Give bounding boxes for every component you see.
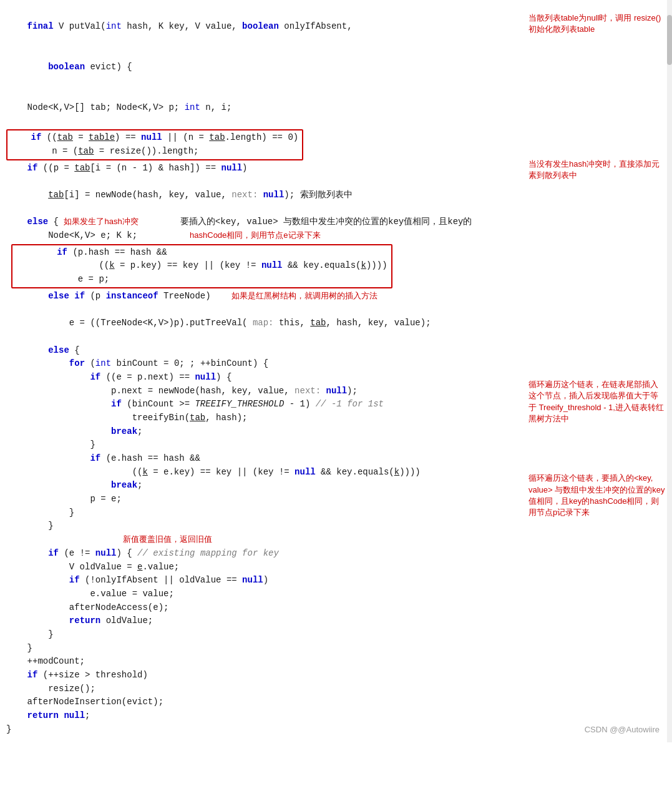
line-return-null: return null;	[6, 709, 672, 723]
line-puttreeval: e = ((TreeNode<K,V>)p).putTreeVal( map: …	[6, 303, 672, 343]
line-tab-newnode: tab[i] = newNode(hash, key, value, next:…	[6, 175, 672, 215]
line-bincouont: if (binCount >= TREEIFY_THRESHOLD - 1) /…	[6, 398, 672, 411]
line-close-method: }	[6, 723, 672, 737]
line-node-e-k: Node<K,V> e; K k; hashCode相同，则用节点e记录下来	[6, 229, 672, 243]
line-close-for: }	[6, 506, 672, 520]
line-close-if-e: }	[6, 628, 672, 642]
red-box-1: if ((tab = table) == null || (n = tab.le…	[6, 129, 672, 160]
line-return-oldvalue: return oldValue;	[6, 614, 672, 628]
code-line-1: final V putVal(int hash, K key, V value,…	[6, 6, 672, 47]
line-afternodeaccess: afterNodeAccess(e);	[6, 601, 672, 615]
line-else-2: else {	[6, 344, 672, 358]
line-treeifybin: treeifyBin(tab, hash);	[6, 411, 672, 425]
line-if-e-notnull: 新值覆盖旧值，返回旧值 if (e != null) { // existing…	[6, 533, 672, 560]
line-close-else2: }	[6, 519, 672, 533]
code-line-3: Node<K,V>[] tab; Node<K,V> p; int n, i;	[6, 87, 672, 128]
line-if-onlyifabsent: if (!onlyIfAbsent || oldValue == null)	[6, 574, 672, 587]
line-else-hash: else { 如果发生了hash冲突 要插入的<key, value> 与数组中…	[6, 215, 672, 229]
line-resize: resize();	[6, 682, 672, 696]
line-break-2: break; 循环遍历这个链表，要插入的<key, value> 与数组中发生冲…	[6, 479, 672, 493]
line-close-else-main: }	[6, 642, 672, 656]
line-p-e: p = e;	[6, 493, 672, 506]
red-box-2: if (p.hash == hash && ((k = p.key) == ke…	[6, 244, 672, 288]
line-oldvalue: V oldValue = e.value;	[6, 561, 672, 574]
line-if-p: if ((p = tab[i = (n - 1) & hash]) == nul…	[6, 162, 672, 175]
line-if-e-hash: if (e.hash == hash &&	[6, 452, 672, 466]
line-afternodeinsertion: afterNodeInsertion(evict);	[6, 695, 672, 709]
line-for: for (int binCount = 0; ; ++binCount) {	[6, 357, 672, 371]
line-close-brace-1: }	[6, 438, 672, 452]
line-break-1: break;	[6, 425, 672, 439]
line-else-treenode: else if (p instanceof TreeNode) 如果是红黑树结构…	[6, 290, 672, 303]
line-modcount: ++modCount;	[6, 655, 672, 669]
footer-csdn: CSDN @@Autowiire	[585, 724, 660, 736]
line-if-size: if (++size > threshold)	[6, 669, 672, 682]
line-e-value: e.value = value;	[6, 587, 672, 601]
code-line-2: boolean evict) {	[6, 47, 672, 87]
code-container: 当散列表table为null时，调用 resize()初始化散列表table f…	[0, 0, 672, 742]
